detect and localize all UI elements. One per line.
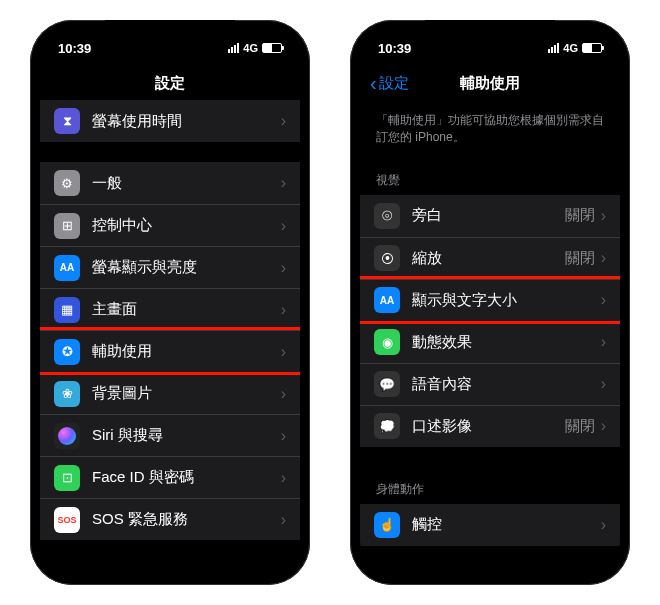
accessibility-icon: ✪ — [54, 339, 80, 365]
section-header: 視覺 — [360, 158, 620, 195]
section-header: 身體動作 — [360, 467, 620, 504]
row-label: 背景圖片 — [92, 384, 281, 403]
notch — [425, 20, 555, 44]
chevron-right-icon: › — [601, 207, 606, 225]
display-icon: AA — [54, 255, 80, 281]
row-label: 旁白 — [412, 206, 565, 225]
phone-right: 10:39 4G ‹ 設定 輔助使用 「輔助使用」功能可協助您根據個別需求自訂您… — [350, 20, 630, 585]
signal-icon — [228, 43, 239, 53]
settings-list[interactable]: ⧗螢幕使用時間›⚙一般›⊞控制中心›AA螢幕顯示與亮度›▦主畫面›✪輔助使用›❀… — [40, 100, 300, 575]
row-label: 口述影像 — [412, 417, 565, 436]
row-label: 輔助使用 — [92, 342, 281, 361]
row-label: 縮放 — [412, 249, 565, 268]
settings-group: ⦾旁白關閉›⦿縮放關閉›AA顯示與文字大小›◉動態效果›💬語音內容›💭口述影像關… — [360, 195, 620, 447]
row-label: 主畫面 — [92, 300, 281, 319]
chevron-right-icon: › — [281, 217, 286, 235]
settings-row[interactable]: AA顯示與文字大小› — [360, 279, 620, 321]
row-label: SOS 緊急服務 — [92, 510, 281, 529]
back-label: 設定 — [379, 74, 409, 93]
chevron-right-icon: › — [601, 516, 606, 534]
hourglass-icon: ⧗ — [54, 108, 80, 134]
sos-icon: SOS — [54, 507, 80, 533]
motion-icon: ◉ — [374, 329, 400, 355]
siri-icon — [54, 423, 80, 449]
settings-row[interactable]: ⧗螢幕使用時間› — [40, 100, 300, 142]
chevron-right-icon: › — [281, 301, 286, 319]
row-label: 動態效果 — [412, 333, 601, 352]
settings-row[interactable]: ▦主畫面› — [40, 288, 300, 330]
settings-row[interactable]: ⚙一般› — [40, 162, 300, 204]
row-label: 控制中心 — [92, 216, 281, 235]
settings-row[interactable]: ⦾旁白關閉› — [360, 195, 620, 237]
chevron-right-icon: › — [281, 174, 286, 192]
chevron-left-icon: ‹ — [370, 73, 377, 93]
row-value: 關閉 — [565, 206, 595, 225]
settings-row[interactable]: Siri 與搜尋› — [40, 414, 300, 456]
row-value: 關閉 — [565, 417, 595, 436]
chevron-right-icon: › — [281, 511, 286, 529]
settings-row[interactable]: ✪輔助使用› — [40, 330, 300, 372]
chevron-right-icon: › — [601, 249, 606, 267]
chevron-right-icon: › — [281, 259, 286, 277]
settings-row[interactable]: ❀背景圖片› — [40, 372, 300, 414]
row-label: 顯示與文字大小 — [412, 291, 601, 310]
audio-description-icon: 💭 — [374, 413, 400, 439]
settings-row[interactable]: ☝觸控› — [360, 504, 620, 546]
settings-row[interactable]: ⊞控制中心› — [40, 204, 300, 246]
row-label: 觸控 — [412, 515, 601, 534]
page-title: 輔助使用 — [460, 74, 520, 93]
row-label: 螢幕使用時間 — [92, 112, 281, 131]
row-label: 一般 — [92, 174, 281, 193]
gear-icon: ⚙ — [54, 170, 80, 196]
chevron-right-icon: › — [601, 291, 606, 309]
settings-row[interactable]: AA螢幕顯示與亮度› — [40, 246, 300, 288]
row-label: Siri 與搜尋 — [92, 426, 281, 445]
settings-group: ⚙一般›⊞控制中心›AA螢幕顯示與亮度›▦主畫面›✪輔助使用›❀背景圖片›Sir… — [40, 162, 300, 540]
faceid-icon: ⊡ — [54, 465, 80, 491]
settings-row[interactable]: 💭口述影像關閉› — [360, 405, 620, 447]
accessibility-list[interactable]: 「輔助使用」功能可協助您根據個別需求自訂您的 iPhone。 視覺⦾旁白關閉›⦿… — [360, 100, 620, 575]
control-center-icon: ⊞ — [54, 213, 80, 239]
row-value: 關閉 — [565, 249, 595, 268]
settings-row[interactable]: ⊡Face ID 與密碼› — [40, 456, 300, 498]
settings-row[interactable]: ◉動態效果› — [360, 321, 620, 363]
battery-icon — [582, 43, 602, 53]
row-label: 語音內容 — [412, 375, 601, 394]
settings-row[interactable]: 💬語音內容› — [360, 363, 620, 405]
settings-group: ⧗螢幕使用時間› — [40, 100, 300, 142]
screen-right: 10:39 4G ‹ 設定 輔助使用 「輔助使用」功能可協助您根據個別需求自訂您… — [360, 30, 620, 575]
home-screen-icon: ▦ — [54, 297, 80, 323]
chevron-right-icon: › — [281, 112, 286, 130]
notch — [105, 20, 235, 44]
status-time: 10:39 — [378, 41, 411, 56]
chevron-right-icon: › — [281, 427, 286, 445]
text-size-icon: AA — [374, 287, 400, 313]
wallpaper-icon: ❀ — [54, 381, 80, 407]
chevron-right-icon: › — [601, 417, 606, 435]
network-label: 4G — [243, 42, 258, 54]
touch-icon: ☝ — [374, 512, 400, 538]
battery-icon — [262, 43, 282, 53]
chevron-right-icon: › — [281, 385, 286, 403]
row-label: 螢幕顯示與亮度 — [92, 258, 281, 277]
voiceover-icon: ⦾ — [374, 203, 400, 229]
chevron-right-icon: › — [601, 375, 606, 393]
row-label: Face ID 與密碼 — [92, 468, 281, 487]
screen-left: 10:39 4G 設定 ⧗螢幕使用時間›⚙一般›⊞控制中心›AA螢幕顯示與亮度›… — [40, 30, 300, 575]
network-label: 4G — [563, 42, 578, 54]
phone-left: 10:39 4G 設定 ⧗螢幕使用時間›⚙一般›⊞控制中心›AA螢幕顯示與亮度›… — [30, 20, 310, 585]
status-right: 4G — [228, 42, 282, 54]
page-description: 「輔助使用」功能可協助您根據個別需求自訂您的 iPhone。 — [360, 100, 620, 158]
settings-group: ☝觸控› — [360, 504, 620, 546]
zoom-icon: ⦿ — [374, 245, 400, 271]
chevron-right-icon: › — [601, 333, 606, 351]
nav-bar: 設定 — [40, 66, 300, 100]
nav-bar: ‹ 設定 輔助使用 — [360, 66, 620, 100]
status-time: 10:39 — [58, 41, 91, 56]
chevron-right-icon: › — [281, 343, 286, 361]
chevron-right-icon: › — [281, 469, 286, 487]
page-title: 設定 — [155, 74, 185, 93]
back-button[interactable]: ‹ 設定 — [370, 73, 409, 93]
settings-row[interactable]: SOSSOS 緊急服務› — [40, 498, 300, 540]
settings-row[interactable]: ⦿縮放關閉› — [360, 237, 620, 279]
